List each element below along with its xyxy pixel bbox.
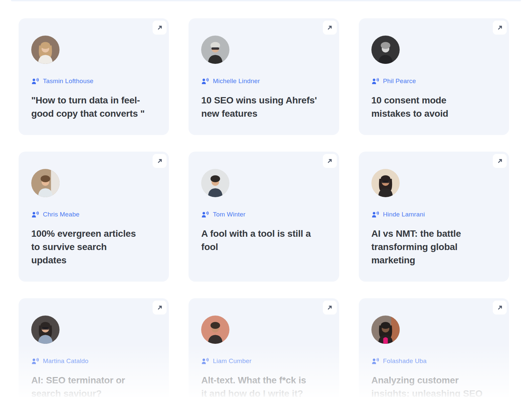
speaker-link[interactable]: Folashade Uba	[371, 357, 498, 365]
talk-card[interactable]: Tasmin Lofthouse "How to turn data in fe…	[19, 18, 169, 135]
external-link-arrow-icon	[157, 158, 163, 164]
external-link-arrow-icon	[327, 25, 333, 31]
talk-card[interactable]: Folashade Uba Analyzing customer insight…	[359, 298, 509, 397]
talk-title: 100% evergreen articles to survive searc…	[31, 227, 158, 267]
speaker-voice-icon	[31, 211, 39, 218]
talk-card[interactable]: Michelle Lindner 10 SEO wins using Ahref…	[189, 18, 339, 135]
open-link-button[interactable]	[153, 21, 167, 35]
speaker-avatar	[31, 36, 60, 64]
speaker-voice-icon	[371, 77, 379, 85]
speaker-name[interactable]: Phil Pearce	[383, 77, 416, 85]
speakers-page: Tasmin Lofthouse "How to turn data in fe…	[0, 0, 532, 397]
speaker-name[interactable]: Tasmin Lofthouse	[43, 77, 93, 85]
talk-card[interactable]: Hinde Lamrani AI vs NMT: the battle tran…	[359, 152, 509, 282]
talk-card[interactable]: Tom Winter A fool with a tool is still a…	[189, 152, 339, 282]
speaker-avatar	[201, 36, 229, 64]
speaker-name[interactable]: Chris Meabe	[43, 211, 79, 218]
speaker-name[interactable]: Michelle Lindner	[213, 77, 260, 85]
speaker-avatar	[201, 169, 229, 197]
speaker-avatar	[371, 169, 400, 197]
talk-title: 10 consent mode mistakes to avoid	[371, 94, 498, 120]
open-link-button[interactable]	[153, 154, 167, 168]
talk-title: A fool with a tool is still a fool	[201, 227, 328, 254]
speaker-link[interactable]: Chris Meabe	[31, 210, 158, 218]
speaker-name[interactable]: Hinde Lamrani	[383, 211, 425, 218]
external-link-arrow-icon	[497, 305, 503, 311]
talk-title: Analyzing customer insights: unleashing …	[371, 374, 498, 397]
talk-title: AI: SEO terminator or search saviour?	[31, 374, 158, 397]
speaker-name[interactable]: Tom Winter	[213, 211, 245, 218]
open-link-button[interactable]	[153, 301, 167, 315]
external-link-arrow-icon	[497, 158, 503, 164]
talks-grid: Tasmin Lofthouse "How to turn data in fe…	[0, 0, 532, 397]
external-link-arrow-icon	[327, 158, 333, 164]
speaker-avatar	[201, 316, 229, 344]
speaker-name[interactable]: Martina Cataldo	[43, 357, 88, 365]
speaker-voice-icon	[31, 357, 39, 365]
talk-card[interactable]: Phil Pearce 10 consent mode mistakes to …	[359, 18, 509, 135]
speaker-voice-icon	[31, 77, 39, 85]
talk-title: AI vs NMT: the battle transforming globa…	[371, 227, 498, 267]
external-link-arrow-icon	[157, 25, 163, 31]
speaker-link[interactable]: Hinde Lamrani	[371, 210, 498, 218]
external-link-arrow-icon	[497, 25, 503, 31]
speaker-voice-icon	[371, 357, 379, 365]
speaker-link[interactable]: Michelle Lindner	[201, 77, 328, 85]
previous-row-card-edge	[11, 0, 521, 1]
speaker-link[interactable]: Martina Cataldo	[31, 357, 158, 365]
open-link-button[interactable]	[323, 301, 337, 315]
open-link-button[interactable]	[323, 154, 337, 168]
speaker-voice-icon	[371, 211, 379, 218]
speaker-name[interactable]: Folashade Uba	[383, 357, 427, 365]
speaker-name[interactable]: Liam Cumber	[213, 357, 251, 365]
open-link-button[interactable]	[323, 21, 337, 35]
speaker-link[interactable]: Tom Winter	[201, 210, 328, 218]
talk-title: Alt-text. What the f*ck is it and how do…	[201, 374, 328, 397]
speaker-link[interactable]: Tasmin Lofthouse	[31, 77, 158, 85]
talk-card[interactable]: Chris Meabe 100% evergreen articles to s…	[19, 152, 169, 282]
speaker-voice-icon	[201, 211, 209, 218]
open-link-button[interactable]	[493, 301, 507, 315]
external-link-arrow-icon	[157, 305, 163, 311]
speaker-voice-icon	[201, 357, 209, 365]
open-link-button[interactable]	[493, 154, 507, 168]
talk-card[interactable]: Martina Cataldo AI: SEO terminator or se…	[19, 298, 169, 397]
talk-title: 10 SEO wins using Ahrefs' new features	[201, 94, 328, 120]
speaker-link[interactable]: Liam Cumber	[201, 357, 328, 365]
external-link-arrow-icon	[327, 305, 333, 311]
speaker-avatar	[371, 316, 400, 344]
talk-card[interactable]: Liam Cumber Alt-text. What the f*ck is i…	[189, 298, 339, 397]
speaker-link[interactable]: Phil Pearce	[371, 77, 498, 85]
speaker-avatar	[371, 36, 400, 64]
speaker-avatar	[31, 169, 60, 197]
open-link-button[interactable]	[493, 21, 507, 35]
talk-title: "How to turn data in feel- good copy tha…	[31, 94, 158, 120]
speaker-voice-icon	[201, 77, 209, 85]
speaker-avatar	[31, 316, 60, 344]
